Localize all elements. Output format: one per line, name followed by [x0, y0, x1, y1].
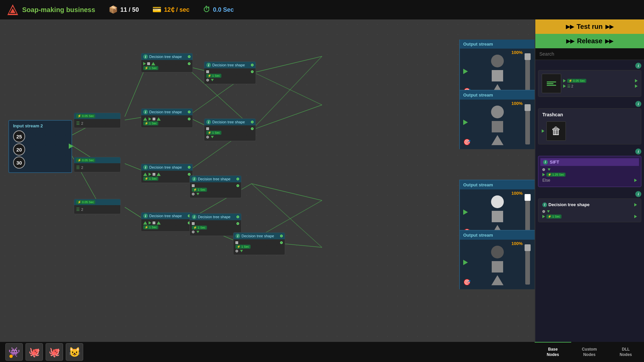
input-stream-play[interactable] [69, 143, 73, 150]
sift-else-play[interactable] [634, 179, 637, 182]
timer-b: ⚡ 0.05 Sec [76, 158, 95, 162]
dts2-timer: ⚡ 1 Sec [143, 121, 158, 125]
os2-slider-track[interactable] [525, 104, 530, 144]
output-stream-4: Output stream 100% 🎯 [459, 230, 535, 289]
release-right-arrows: ▶▶ [605, 38, 613, 44]
input-val-3: 30 [13, 157, 25, 169]
tab-base-nodes-label: BaseNodes [547, 347, 559, 357]
dts-node-7[interactable]: i Decision tree shape ⚡ 1 Sec [190, 175, 241, 198]
connections-svg [0, 19, 535, 342]
timer-c: ⚡ 0.05 Sec [76, 200, 95, 204]
proc-node-a-body: ☰ 2 [74, 119, 120, 128]
svg-line-23 [252, 56, 322, 130]
dts-node-5-header: i Decision tree shape [204, 62, 256, 68]
canvas-area[interactable]: Input stream 2 25 20 30 ⚡ 0.05 Sec ☰ 2 ⚡… [0, 19, 535, 342]
os1-slider-thumb[interactable] [525, 53, 531, 60]
os3-slider-track[interactable] [525, 194, 530, 234]
dts-node-1[interactable]: i Decision tree shape ⚡ 1 Sec [141, 53, 193, 72]
logo-icon [7, 4, 19, 16]
dts-node-3-header: i Decision tree shape [141, 164, 193, 171]
os4-circle [491, 246, 504, 258]
tab-base-nodes[interactable]: BaseNodes [535, 342, 571, 362]
os2-play[interactable] [463, 120, 468, 126]
avatar-button-1[interactable]: 👾 [5, 343, 23, 361]
search-input[interactable] [539, 51, 640, 57]
os4-slider-thumb[interactable] [525, 244, 531, 251]
proc-node-c[interactable]: ⚡ 0.05 Sec ☰ 2 [74, 199, 121, 214]
os2-percent: 100% [512, 101, 523, 106]
dts8-info: i [192, 215, 197, 219]
output-stream-1: Output stream 100% 🎯 [459, 40, 535, 98]
logo-area: Soap-making business [7, 4, 95, 16]
rnode-decision-header: i Decision tree shape [540, 201, 639, 208]
proc-node-b[interactable]: ⚡ 0.05 Sec ☰ 2 [74, 157, 121, 172]
dts-node-1-header: i Decision tree shape [141, 53, 193, 60]
avatar-button-4[interactable]: 😺 [66, 343, 83, 361]
right-panel: ▶▶ Test run ▶▶ ▶▶ Release ▶▶ i [535, 19, 644, 342]
output-stream-2: Output stream 100% 🎯 [459, 90, 535, 149]
dts-node-2-header: i Decision tree shape [141, 109, 193, 115]
info-badge-3[interactable]: i [635, 148, 641, 155]
dts-node-6-header: i Decision tree shape [204, 119, 256, 125]
svg-line-20 [252, 184, 322, 200]
output-stream-4-body: 100% 🎯 [460, 240, 535, 289]
dts2-title: Decision tree shape [149, 110, 182, 114]
rnode-sift[interactable]: i SIFT ⚡ 1.25 Sec Else [538, 156, 641, 187]
os1-play[interactable] [463, 69, 468, 75]
os4-play[interactable] [463, 260, 468, 266]
rnode-1[interactable]: ⚡ 0.05 Sec ☰ 2 [538, 70, 641, 97]
dts3-title: Decision tree shape [149, 165, 182, 169]
info-badge-1[interactable]: i [635, 63, 641, 69]
tab-custom-nodes[interactable]: CustomNodes [571, 342, 608, 362]
os3-slider-thumb[interactable] [525, 194, 531, 201]
dts-node-5[interactable]: i Decision tree shape ⚡ 1 Sec [204, 61, 256, 84]
input-stream-node[interactable]: Input stream 2 25 20 30 [8, 120, 72, 173]
trashcan-play[interactable] [542, 129, 544, 133]
dts9-title: Decision tree shape [241, 234, 274, 238]
os4-triangle [491, 275, 503, 285]
rnode-trashcan[interactable]: Trashcan 🗑 [538, 108, 641, 144]
tab-custom-nodes-label: CustomNodes [582, 347, 597, 357]
rnode-decision-body: ⚡ 1 Sec [540, 208, 639, 220]
os2-slider-thumb[interactable] [525, 104, 531, 111]
output-stream-3-header: Output stream [460, 180, 535, 189]
dts-node-6[interactable]: i Decision tree shape ⚡ 1 Sec [204, 118, 256, 141]
info-badge-4[interactable]: i [635, 191, 641, 197]
avatar-1-container: 👾 [5, 343, 23, 361]
os4-square [492, 261, 503, 273]
dts9-info: i [235, 234, 240, 238]
test-run-button[interactable]: ▶▶ Test run ▶▶ [535, 19, 644, 34]
input-val-1: 25 [13, 130, 25, 142]
tab-dll-nodes-label: DLLNodes [620, 347, 632, 357]
dts3-body: ⚡ 1 Sec [141, 171, 193, 183]
rnode-decision[interactable]: i Decision tree shape ⚡ 1 Sec [538, 198, 641, 222]
tab-dll-nodes[interactable]: DLLNodes [607, 342, 644, 362]
output-stream-2-header: Output stream [460, 90, 535, 100]
dts6-timer: ⚡ 1 Sec [206, 131, 221, 135]
proc-node-b-body: ☰ 2 [74, 163, 120, 172]
rnode-decision-play[interactable] [634, 203, 637, 206]
info-badge-2[interactable]: i [635, 101, 641, 107]
dts7-body: ⚡ 1 Sec [190, 182, 241, 198]
os3-square [492, 211, 503, 222]
rnode1-stats: ⚡ 0.05 Sec ☰ 2 [563, 79, 638, 88]
search-bar[interactable] [535, 48, 644, 60]
proc-node-c-header: ⚡ 0.05 Sec [74, 199, 120, 205]
dts-node-9[interactable]: i Decision tree shape ⚡ 1 Sec [233, 232, 285, 255]
os4-slider-track[interactable] [525, 244, 530, 285]
dts8-title: Decision tree shape [198, 215, 230, 219]
dts1-info: i [143, 54, 148, 59]
release-button[interactable]: ▶▶ Release ▶▶ [535, 34, 644, 48]
rnode1-icon [542, 74, 561, 93]
dts3-timer: ⚡ 1 Sec [143, 177, 158, 181]
dts-node-2[interactable]: i Decision tree shape ⚡ 1 Sec [141, 108, 193, 128]
dts-node-4[interactable]: i Decision tree shape ⚡ 1 Sec [141, 212, 193, 232]
nodes-icon: 📦 [109, 5, 118, 14]
avatar-button-3[interactable]: 🐙 [46, 343, 63, 361]
dts9-body: ⚡ 1 Sec [233, 239, 285, 255]
proc-node-a[interactable]: ⚡ 0.05 Sec ☰ 2 [74, 113, 121, 128]
os1-slider-track[interactable] [525, 53, 530, 94]
avatar-button-2[interactable]: 🐙 [25, 343, 43, 361]
dts-node-3[interactable]: i Decision tree shape ⚡ 1 Sec [141, 164, 193, 183]
os3-play[interactable] [463, 209, 468, 216]
